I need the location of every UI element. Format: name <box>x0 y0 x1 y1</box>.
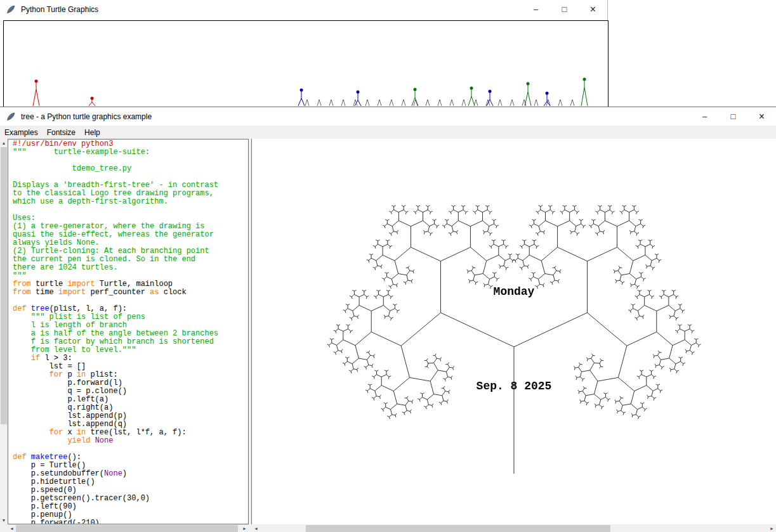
scroll-right-arrow-icon[interactable]: ► <box>240 524 249 532</box>
tk-feather-icon <box>6 112 16 122</box>
canvas-date-text: Sep. 8 2025 <box>477 380 552 393</box>
scroll-down-arrow-icon[interactable]: ▼ <box>0 516 8 524</box>
source-code-view[interactable]: #!/usr/bin/env python3""" turtle-example… <box>8 139 249 524</box>
background-turtle-graphics-window: Python Turtle Graphics – □ × <box>0 0 608 107</box>
window-content: ▲ ▼ #!/usr/bin/env python3""" turtle-exa… <box>0 139 776 532</box>
minimize-button[interactable]: – <box>690 107 719 126</box>
turtle-graphics-canvas <box>4 21 607 106</box>
canvas-horizontal-scrollbar[interactable]: ◄ ► <box>252 524 776 532</box>
scrollbar-thumb[interactable] <box>1 147 7 424</box>
menu-fontsize[interactable]: Fontsize <box>43 127 80 138</box>
scroll-up-arrow-icon[interactable]: ▲ <box>0 139 8 147</box>
window-title: Python Turtle Graphics <box>21 5 98 14</box>
close-button[interactable]: × <box>579 0 607 18</box>
code-horizontal-scrollbar[interactable]: ◄ ► <box>8 524 249 532</box>
turtle-drawing-pane: Monday Sep. 8 2025 <box>251 139 776 524</box>
tree-demo-window: tree - a Python turtle graphics example … <box>0 107 776 532</box>
turtle-graphics-canvas-frame <box>3 20 608 107</box>
code-vertical-scrollbar[interactable]: ▲ ▼ <box>0 139 8 524</box>
tk-feather-icon <box>6 4 16 15</box>
scroll-left-arrow-icon[interactable]: ◄ <box>252 524 260 532</box>
menu-help[interactable]: Help <box>80 127 105 138</box>
window-title: tree - a Python turtle graphics example <box>21 112 152 121</box>
maximize-button[interactable]: □ <box>550 0 579 18</box>
menu-examples[interactable]: Examples <box>0 127 43 138</box>
scroll-right-arrow-icon[interactable]: ► <box>768 524 776 532</box>
menu-bar: Examples Fontsize Help <box>0 126 776 139</box>
titlebar[interactable]: Python Turtle Graphics – □ × <box>0 0 607 18</box>
minimize-button[interactable]: – <box>522 0 550 18</box>
titlebar[interactable]: tree - a Python turtle graphics example … <box>0 107 776 126</box>
canvas-weekday-text: Monday <box>494 285 535 298</box>
scroll-left-arrow-icon[interactable]: ◄ <box>8 524 16 532</box>
close-button[interactable]: × <box>747 107 776 126</box>
maximize-button[interactable]: □ <box>719 107 747 126</box>
scrollbar-thumb[interactable] <box>306 525 610 532</box>
fractal-tree-canvas <box>252 139 776 524</box>
scrollbar-thumb[interactable] <box>16 525 238 532</box>
